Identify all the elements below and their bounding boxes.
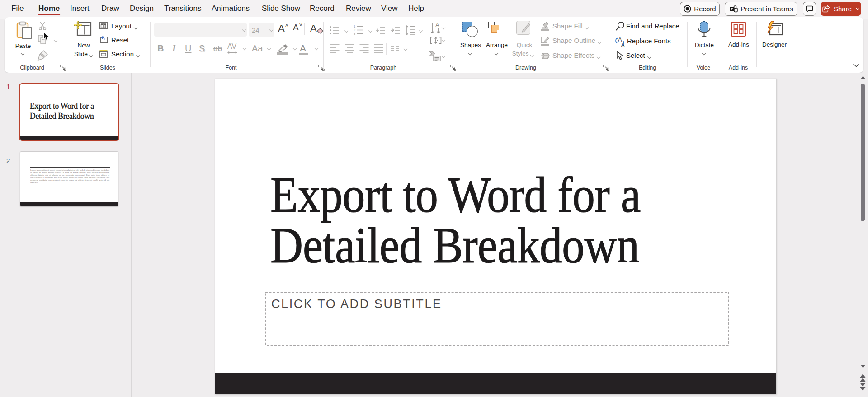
svg-text:A: A — [435, 22, 439, 28]
svg-text:3: 3 — [354, 32, 355, 36]
